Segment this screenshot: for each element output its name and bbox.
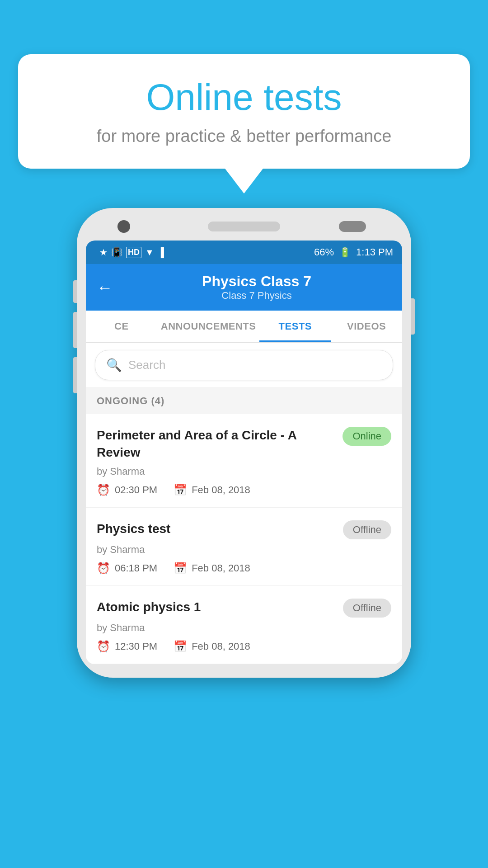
side-button-right bbox=[411, 298, 415, 335]
bluetooth-icon: ★ bbox=[99, 247, 108, 258]
phone-speaker bbox=[208, 222, 280, 231]
tab-ce[interactable]: CE bbox=[86, 311, 157, 342]
calendar-icon-0: 📅 bbox=[174, 484, 187, 496]
test-item-1[interactable]: Physics test Offline by Sharma ⏰ 06:18 P… bbox=[86, 508, 402, 586]
test-meta-2: ⏰ 12:30 PM 📅 Feb 08, 2018 bbox=[97, 640, 391, 653]
test-item-header-2: Atomic physics 1 Offline bbox=[97, 599, 391, 618]
battery-icon: 🔋 bbox=[339, 247, 351, 258]
phone-mockup: ★ 📳 HD ▼ ▐ 66% 🔋 1:13 PM ← Physics Class… bbox=[23, 208, 465, 678]
vibrate-icon: 📳 bbox=[111, 247, 122, 258]
status-bar: ★ 📳 HD ▼ ▐ 66% 🔋 1:13 PM bbox=[86, 241, 402, 264]
status-bar-left-icons: ★ 📳 HD ▼ ▐ bbox=[99, 247, 164, 258]
clock-icon-2: ⏰ bbox=[97, 640, 110, 653]
test-title-1: Physics test bbox=[97, 520, 343, 538]
test-time-2: ⏰ 12:30 PM bbox=[97, 640, 157, 653]
test-time-0: ⏰ 02:30 PM bbox=[97, 484, 157, 496]
test-author-2: by Sharma bbox=[97, 622, 391, 634]
search-placeholder: Search bbox=[128, 358, 165, 372]
status-badge-2: Offline bbox=[343, 599, 391, 618]
signal-icon: ▐ bbox=[158, 247, 164, 258]
calendar-icon-1: 📅 bbox=[174, 562, 187, 575]
phone-screen: ★ 📳 HD ▼ ▐ 66% 🔋 1:13 PM ← Physics Class… bbox=[86, 241, 402, 664]
test-time-1: ⏰ 06:18 PM bbox=[97, 562, 157, 575]
speech-bubble-container: Online tests for more practice & better … bbox=[18, 54, 470, 193]
test-meta-1: ⏰ 06:18 PM 📅 Feb 08, 2018 bbox=[97, 562, 391, 575]
test-item-0[interactable]: Perimeter and Area of a Circle - A Revie… bbox=[86, 414, 402, 508]
search-icon: 🔍 bbox=[106, 358, 122, 373]
header-title: Physics Class 7 bbox=[122, 273, 391, 290]
test-title-2: Atomic physics 1 bbox=[97, 599, 343, 616]
side-button-left-3 bbox=[73, 357, 77, 393]
tab-announcements[interactable]: ANNOUNCEMENTS bbox=[157, 311, 260, 342]
test-item-header-1: Physics test Offline bbox=[97, 520, 391, 539]
speech-bubble-title: Online tests bbox=[45, 77, 443, 118]
status-badge-0: Online bbox=[343, 427, 391, 446]
hd-icon: HD bbox=[126, 247, 141, 258]
status-badge-1: Offline bbox=[343, 520, 391, 539]
test-author-0: by Sharma bbox=[97, 466, 391, 477]
header-title-group: Physics Class 7 Class 7 Physics bbox=[122, 273, 391, 302]
test-date-2: 📅 Feb 08, 2018 bbox=[174, 640, 250, 653]
app-header: ← Physics Class 7 Class 7 Physics bbox=[86, 264, 402, 311]
phone-top bbox=[86, 222, 402, 231]
calendar-icon-2: 📅 bbox=[174, 640, 187, 653]
clock-icon-0: ⏰ bbox=[97, 484, 110, 496]
test-author-1: by Sharma bbox=[97, 544, 391, 556]
tabs-bar: CE ANNOUNCEMENTS TESTS VIDEOS bbox=[86, 311, 402, 343]
back-button[interactable]: ← bbox=[97, 278, 113, 297]
tab-tests[interactable]: TESTS bbox=[259, 311, 331, 342]
search-bar[interactable]: 🔍 Search bbox=[95, 350, 393, 380]
header-subtitle: Class 7 Physics bbox=[122, 290, 391, 302]
side-button-left-2 bbox=[73, 312, 77, 348]
clock-icon-1: ⏰ bbox=[97, 562, 110, 575]
phone-home-sensor bbox=[339, 221, 366, 232]
time-display: 1:13 PM bbox=[356, 246, 393, 258]
test-date-0: 📅 Feb 08, 2018 bbox=[174, 484, 250, 496]
side-button-left-1 bbox=[73, 280, 77, 303]
test-date-1: 📅 Feb 08, 2018 bbox=[174, 562, 250, 575]
phone-body: ★ 📳 HD ▼ ▐ 66% 🔋 1:13 PM ← Physics Class… bbox=[77, 208, 411, 678]
speech-bubble-arrow bbox=[225, 169, 263, 193]
tab-videos[interactable]: VIDEOS bbox=[331, 311, 402, 342]
section-header-ongoing: ONGOING (4) bbox=[86, 388, 402, 414]
search-container: 🔍 Search bbox=[86, 343, 402, 388]
speech-bubble: Online tests for more practice & better … bbox=[18, 54, 470, 169]
phone-camera bbox=[117, 220, 130, 233]
speech-bubble-subtitle: for more practice & better performance bbox=[45, 127, 443, 146]
test-meta-0: ⏰ 02:30 PM 📅 Feb 08, 2018 bbox=[97, 484, 391, 496]
battery-percent: 66% bbox=[314, 246, 334, 258]
wifi-icon: ▼ bbox=[145, 247, 154, 258]
test-item-2[interactable]: Atomic physics 1 Offline by Sharma ⏰ 12:… bbox=[86, 586, 402, 664]
test-title-0: Perimeter and Area of a Circle - A Revie… bbox=[97, 427, 343, 461]
test-item-header-0: Perimeter and Area of a Circle - A Revie… bbox=[97, 427, 391, 461]
